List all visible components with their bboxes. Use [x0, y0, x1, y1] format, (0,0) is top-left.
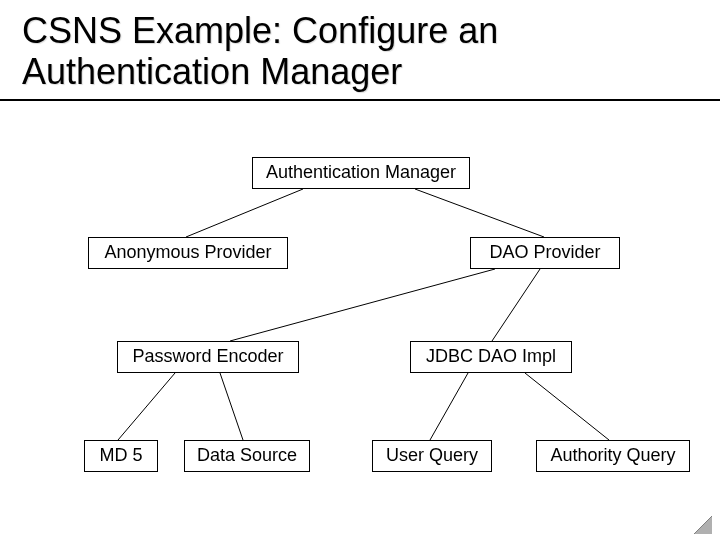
- svg-line-5: [220, 373, 243, 440]
- svg-line-1: [415, 189, 544, 237]
- svg-line-7: [525, 373, 609, 440]
- node-md5: MD 5: [84, 440, 158, 472]
- node-user-query: User Query: [372, 440, 492, 472]
- svg-line-6: [430, 373, 468, 440]
- page-corner-icon: [694, 516, 712, 534]
- svg-line-0: [186, 189, 303, 237]
- node-dao-provider: DAO Provider: [470, 237, 620, 269]
- node-jdbc-dao-impl: JDBC DAO Impl: [410, 341, 572, 373]
- node-anonymous-provider: Anonymous Provider: [88, 237, 288, 269]
- slide-title: CSNS Example: Configure an Authenticatio…: [0, 0, 720, 101]
- svg-line-2: [230, 269, 495, 341]
- node-authentication-manager: Authentication Manager: [252, 157, 470, 189]
- node-data-source: Data Source: [184, 440, 310, 472]
- node-password-encoder: Password Encoder: [117, 341, 299, 373]
- svg-line-3: [492, 269, 540, 341]
- svg-line-4: [118, 373, 175, 440]
- diagram-area: Authentication Manager Anonymous Provide…: [0, 101, 720, 531]
- node-authority-query: Authority Query: [536, 440, 690, 472]
